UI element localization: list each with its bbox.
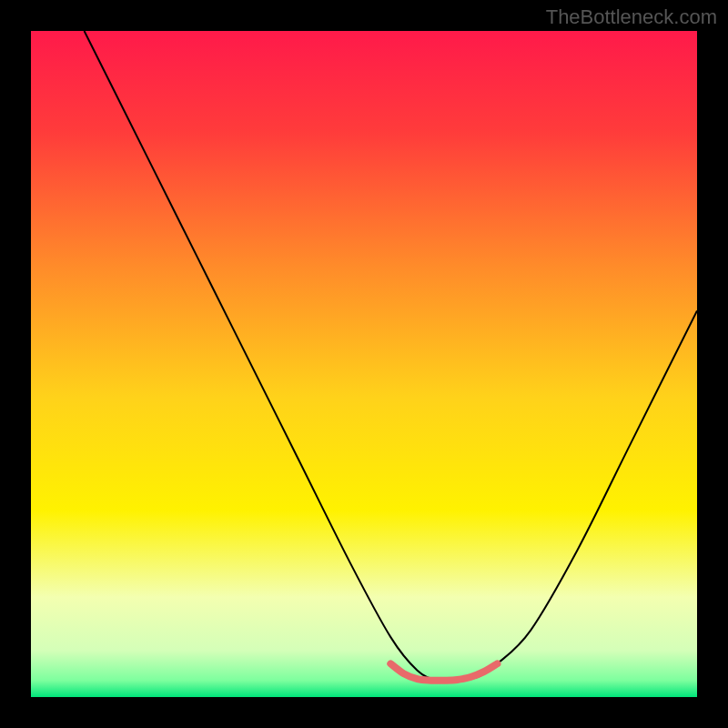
optimal-marker <box>390 663 497 680</box>
chart-curves <box>31 31 697 697</box>
chart-plot-area <box>31 31 697 697</box>
bottleneck-curve <box>85 31 697 682</box>
watermark-text: TheBottleneck.com <box>546 5 717 29</box>
